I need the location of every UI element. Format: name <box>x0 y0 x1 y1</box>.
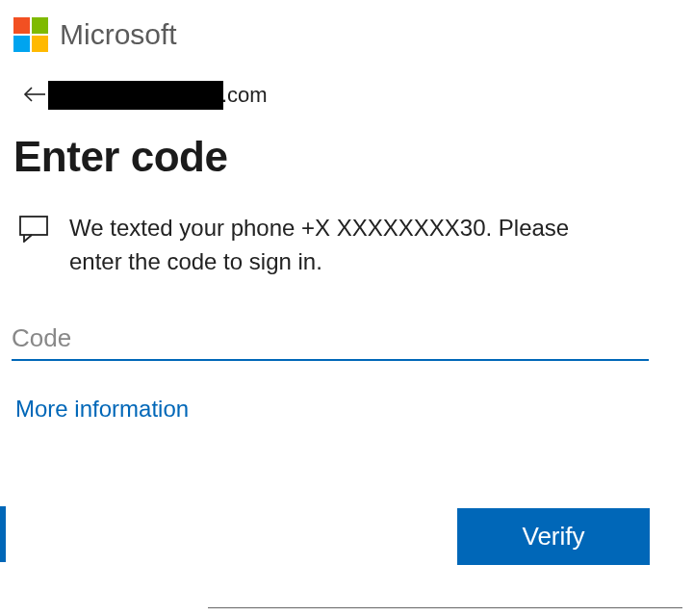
microsoft-logo-icon <box>13 17 48 52</box>
svg-rect-1 <box>20 217 47 235</box>
brand-header: Microsoft <box>13 17 681 52</box>
bottom-divider <box>208 607 682 608</box>
info-row: We texted your phone +X XXXXXXXX30. Plea… <box>13 212 681 279</box>
account-identity-row[interactable]: .com <box>23 81 681 110</box>
code-input[interactable] <box>12 318 649 361</box>
back-arrow-icon[interactable] <box>23 83 48 108</box>
verify-button[interactable]: Verify <box>457 508 650 565</box>
left-accent-bar <box>0 506 6 562</box>
email-suffix: .com <box>221 83 268 108</box>
more-information-link[interactable]: More information <box>15 396 189 423</box>
brand-name: Microsoft <box>60 18 177 51</box>
info-text: We texted your phone +X XXXXXXXX30. Plea… <box>69 212 608 279</box>
page-title: Enter code <box>13 133 681 181</box>
email-redacted <box>48 81 223 110</box>
sms-icon <box>19 216 48 246</box>
